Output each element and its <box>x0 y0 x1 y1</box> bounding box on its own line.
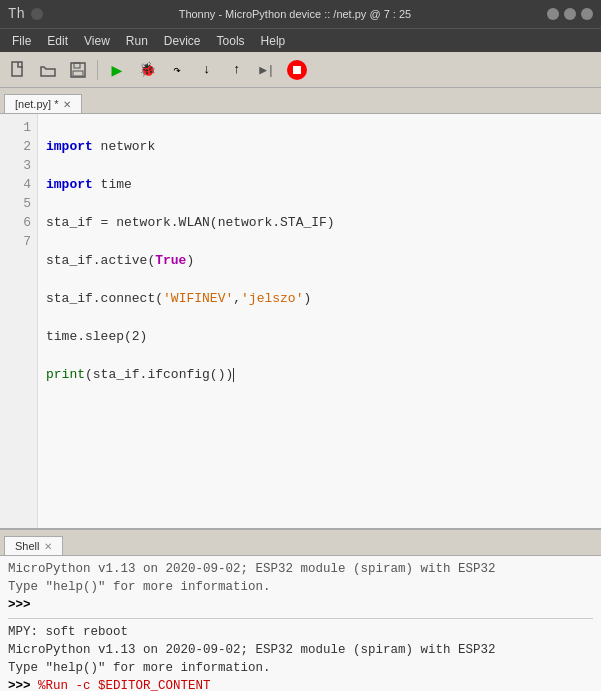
tab-label: [net.py] * <box>15 98 58 110</box>
code-line-6: time.sleep(2) <box>46 327 593 346</box>
line-num-6: 6 <box>0 213 31 232</box>
code-line-1: import network <box>46 137 593 156</box>
menu-help[interactable]: Help <box>253 32 294 50</box>
shell-block-line2: MicroPython v1.13 on 2020-09-02; ESP32 m… <box>8 641 593 659</box>
shell-prompt-1: >>> <box>8 598 31 612</box>
menu-view[interactable]: View <box>76 32 118 50</box>
title-bar: Th Thonny - MicroPython device :: /net.p… <box>0 0 601 28</box>
debug-button[interactable]: 🐞 <box>133 56 161 84</box>
code-content[interactable]: import network import time sta_if = netw… <box>38 114 601 528</box>
line-num-1: 1 <box>0 118 31 137</box>
toolbar: ▶ 🐞 ↷ ↓ ↑ ▶| <box>0 52 601 88</box>
window-controls <box>547 8 593 20</box>
line-num-2: 2 <box>0 137 31 156</box>
line-num-3: 3 <box>0 156 31 175</box>
stop-button[interactable] <box>283 56 311 84</box>
shell-tabs: Shell ✕ <box>0 530 601 556</box>
menu-run[interactable]: Run <box>118 32 156 50</box>
run-button[interactable]: ▶ <box>103 56 131 84</box>
code-line-5: sta_if.connect('WIFINEV','jelszo') <box>46 289 593 308</box>
code-line-7: print(sta_if.ifconfig()) <box>46 365 593 384</box>
shell-prompt-cmd-line: >>> %Run -c $EDITOR_CONTENT <box>8 677 593 691</box>
code-editor[interactable]: 1 2 3 4 5 6 7 import network import time… <box>0 114 601 528</box>
shell-info-line1: MicroPython v1.13 on 2020-09-02; ESP32 m… <box>8 560 593 578</box>
window-title: Thonny - MicroPython device :: /net.py @… <box>49 8 541 20</box>
shell-tab-close[interactable]: ✕ <box>44 541 52 552</box>
shell-separator <box>8 618 593 619</box>
shell-cmd-1: %Run -c $EDITOR_CONTENT <box>31 679 211 691</box>
new-file-button[interactable] <box>4 56 32 84</box>
menu-file[interactable]: File <box>4 32 39 50</box>
shell-prompt-2: >>> <box>8 679 31 691</box>
shell-tab[interactable]: Shell ✕ <box>4 536 63 555</box>
svg-rect-0 <box>12 62 22 76</box>
editor-tab-netpy[interactable]: [net.py] * ✕ <box>4 94 82 113</box>
line-num-5: 5 <box>0 194 31 213</box>
shell-block-line3: Type "help()" for more information. <box>8 659 593 677</box>
shell-area: Shell ✕ MicroPython v1.13 on 2020-09-02;… <box>0 528 601 691</box>
maximize-button[interactable] <box>564 8 576 20</box>
step-over-button[interactable]: ↷ <box>163 56 191 84</box>
step-into-button[interactable]: ↓ <box>193 56 221 84</box>
code-line-4: sta_if.active(True) <box>46 251 593 270</box>
app-dot-icon <box>31 8 43 20</box>
app-icon: Th <box>8 6 25 22</box>
code-line-2: import time <box>46 175 593 194</box>
menu-device[interactable]: Device <box>156 32 209 50</box>
open-file-button[interactable] <box>34 56 62 84</box>
line-numbers: 1 2 3 4 5 6 7 <box>0 114 38 528</box>
resume-button[interactable]: ▶| <box>253 56 281 84</box>
tab-close-icon[interactable]: ✕ <box>63 99 71 110</box>
line-num-7: 7 <box>0 232 31 251</box>
step-out-button[interactable]: ↑ <box>223 56 251 84</box>
svg-rect-3 <box>73 71 83 76</box>
shell-tab-label: Shell <box>15 540 39 552</box>
line-num-4: 4 <box>0 175 31 194</box>
close-button[interactable] <box>581 8 593 20</box>
editor-area: [net.py] * ✕ 1 2 3 4 5 6 7 import networ… <box>0 88 601 528</box>
menu-bar: File Edit View Run Device Tools Help <box>0 28 601 52</box>
shell-content[interactable]: MicroPython v1.13 on 2020-09-02; ESP32 m… <box>0 556 601 691</box>
shell-info-line2: Type "help()" for more information. <box>8 578 593 596</box>
minimize-button[interactable] <box>547 8 559 20</box>
menu-tools[interactable]: Tools <box>209 32 253 50</box>
toolbar-separator-1 <box>97 60 98 80</box>
editor-tabs: [net.py] * ✕ <box>0 88 601 114</box>
save-file-button[interactable] <box>64 56 92 84</box>
shell-block-line1: MPY: soft reboot <box>8 623 593 641</box>
code-line-3: sta_if = network.WLAN(network.STA_IF) <box>46 213 593 232</box>
menu-edit[interactable]: Edit <box>39 32 76 50</box>
